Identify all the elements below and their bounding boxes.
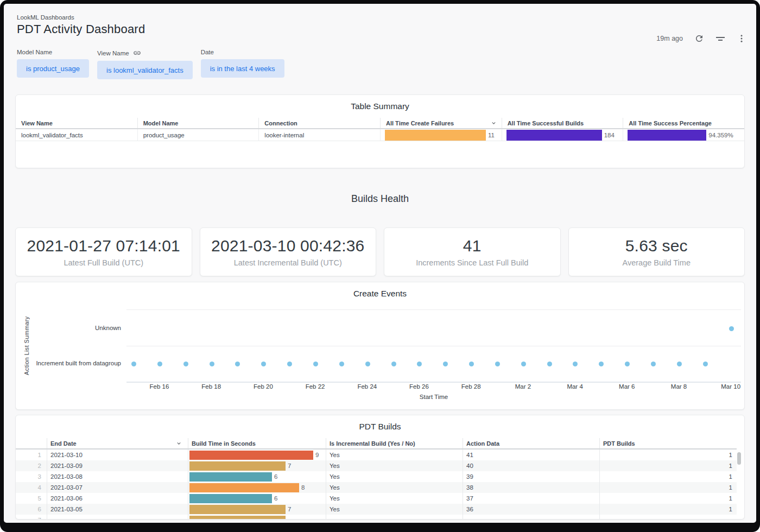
cell-is-incremental[interactable]: Yes: [326, 460, 463, 471]
event-dot[interactable]: [495, 362, 500, 366]
cell-end-date[interactable]: 2021-03-08: [47, 471, 188, 482]
event-dot[interactable]: [157, 362, 162, 366]
filter-pill[interactable]: is in the last 4 weeks: [201, 59, 284, 78]
cell-end-date[interactable]: 2021-03-10: [47, 449, 188, 460]
cell-pdt-builds[interactable]: 1: [599, 460, 737, 471]
x-axis-line: [126, 382, 741, 383]
cell-model_name[interactable]: product_usage: [137, 129, 259, 141]
event-dot[interactable]: [365, 362, 370, 366]
table-row: 62021-03-057Yes361: [16, 504, 737, 515]
cell-is-incremental[interactable]: Yes: [326, 482, 463, 493]
cell-end-date[interactable]: 2021-03-06: [47, 493, 188, 504]
event-dot[interactable]: [469, 362, 474, 366]
filter-group-1: View Nameis lookml_validator_facts: [97, 49, 193, 79]
event-dot[interactable]: [261, 362, 266, 366]
cell-build-time[interactable]: 9: [188, 449, 326, 460]
event-dot[interactable]: [443, 362, 448, 366]
cell-build-time[interactable]: 7: [188, 460, 326, 471]
event-dot[interactable]: [625, 362, 630, 366]
breadcrumb[interactable]: LookML Dashboards: [17, 14, 745, 21]
column-header-label: Is Incremental Build (Yes / No): [330, 440, 415, 447]
cell-pdt-builds[interactable]: 1: [599, 449, 737, 460]
event-dot[interactable]: [391, 362, 396, 366]
column-header[interactable]: PDT Builds: [599, 438, 737, 448]
filter-pill[interactable]: is lookml_validator_facts: [97, 61, 193, 79]
cell-all_time_successful_builds[interactable]: 184: [502, 129, 623, 141]
cell-action-data[interactable]: [463, 515, 599, 520]
event-dot[interactable]: [573, 362, 578, 366]
cell-action-data[interactable]: 41: [463, 449, 599, 460]
event-dot[interactable]: [703, 362, 708, 366]
cell-build-time[interactable]: 7: [188, 504, 326, 515]
cell-pdt-builds[interactable]: 1: [599, 493, 737, 504]
column-header-label: All Time Create Failures: [386, 120, 454, 126]
event-dot[interactable]: [210, 362, 214, 366]
link-icon: [133, 49, 141, 57]
event-dot[interactable]: [729, 326, 734, 331]
event-dot[interactable]: [287, 362, 292, 366]
column-header[interactable]: View Name: [16, 118, 137, 128]
column-header[interactable]: All Time Successful Builds: [502, 118, 623, 128]
cell-build-time[interactable]: [188, 515, 326, 520]
filter-pill[interactable]: is product_usage: [17, 59, 89, 78]
column-header[interactable]: Action Data: [463, 438, 599, 448]
column-header[interactable]: All Time Success Percentage: [623, 118, 744, 128]
kpi-label: Latest Full Build (UTC): [64, 258, 143, 267]
cell-build-time[interactable]: 6: [188, 493, 326, 504]
column-header[interactable]: End Date: [47, 438, 188, 448]
cell-action-data[interactable]: 36: [463, 504, 599, 515]
refresh-icon[interactable]: [694, 34, 704, 43]
cell-action-data[interactable]: 39: [463, 471, 599, 482]
event-dot[interactable]: [677, 362, 682, 366]
cell-is-incremental[interactable]: Yes: [326, 449, 463, 460]
event-dot[interactable]: [521, 362, 526, 366]
pdt-builds-header-row: End DateBuild Time in SecondsIs Incremen…: [16, 438, 737, 449]
cell-pdt-builds[interactable]: [599, 515, 737, 520]
cell-view_name[interactable]: lookml_validator_facts: [16, 129, 137, 141]
cell-build-time[interactable]: 8: [188, 482, 326, 493]
cell-action-data[interactable]: 38: [463, 482, 599, 493]
cell-end-date[interactable]: 2021-03-09: [47, 460, 188, 471]
cell-end-date[interactable]: [47, 515, 188, 520]
column-header-label: Connection: [264, 120, 297, 126]
event-dot[interactable]: [417, 362, 422, 366]
event-dot[interactable]: [651, 362, 656, 366]
cell-is-incremental[interactable]: Yes: [326, 471, 463, 482]
event-dot[interactable]: [599, 362, 604, 366]
cell-all_time_success_percentage[interactable]: 94.359%: [623, 129, 744, 141]
cell-all_time_create_failures[interactable]: 11: [380, 129, 502, 141]
column-header-label: PDT Builds: [603, 440, 635, 447]
cell-connection[interactable]: looker-internal: [258, 129, 380, 141]
more-options-icon[interactable]: [737, 34, 746, 43]
vertical-scrollbar-thumb[interactable]: [737, 452, 741, 465]
cell-is-incremental[interactable]: Yes: [326, 504, 463, 515]
column-header[interactable]: Build Time in Seconds: [188, 438, 326, 448]
row-number: 4: [16, 482, 47, 493]
cell-end-date[interactable]: 2021-03-05: [47, 504, 188, 515]
cell-end-date[interactable]: 2021-03-07: [47, 482, 188, 493]
column-header[interactable]: All Time Create Failures: [380, 118, 502, 128]
cell-action-data[interactable]: 40: [463, 460, 599, 471]
cell-is-incremental[interactable]: Yes: [326, 493, 463, 504]
dashboard-filters-icon[interactable]: [715, 34, 725, 43]
row-number: 2: [16, 460, 47, 471]
cell-action-data[interactable]: 37: [463, 493, 599, 504]
cell-is-incremental[interactable]: [326, 515, 463, 520]
event-dot[interactable]: [183, 362, 188, 366]
cell-pdt-builds[interactable]: 1: [599, 471, 737, 482]
event-dot[interactable]: [235, 362, 240, 366]
cell-pdt-builds[interactable]: 1: [599, 482, 737, 493]
cell-build-time[interactable]: 6: [188, 471, 326, 482]
event-dot[interactable]: [339, 362, 344, 366]
event-dot[interactable]: [131, 362, 136, 366]
column-header[interactable]: Is Incremental Build (Yes / No): [326, 438, 463, 448]
kpi-value: 41: [463, 237, 482, 255]
event-dot[interactable]: [547, 362, 552, 366]
column-header[interactable]: Connection: [258, 118, 380, 128]
build-time-value: 6: [274, 473, 277, 480]
row-number: 7: [16, 515, 47, 520]
cell-pdt-builds[interactable]: 1: [599, 504, 737, 515]
column-header[interactable]: Model Name: [137, 118, 259, 128]
event-dot[interactable]: [313, 362, 318, 366]
last-refreshed-time: 19m ago: [656, 35, 683, 42]
